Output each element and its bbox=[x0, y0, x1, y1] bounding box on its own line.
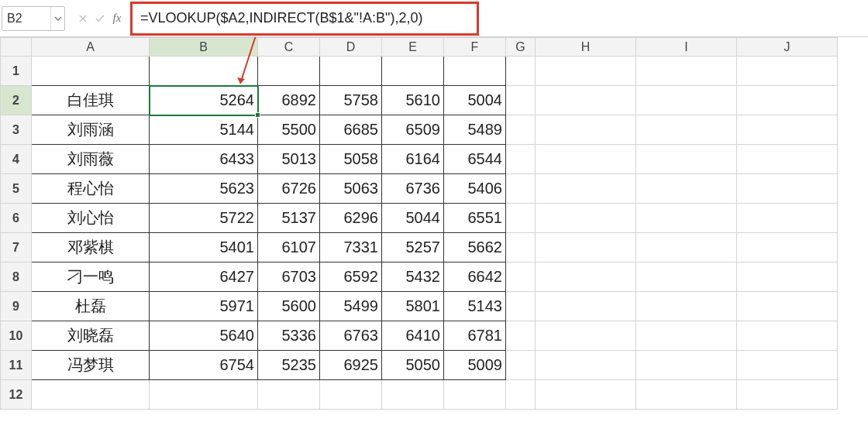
spreadsheet-grid[interactable]: A B C D E F G H I J 1姓名1月2月3月4月5月2白佳琪526… bbox=[0, 37, 838, 410]
col-head-E[interactable]: E bbox=[382, 38, 444, 57]
empty-cell[interactable] bbox=[536, 292, 636, 321]
empty-cell[interactable] bbox=[737, 292, 838, 321]
value-cell[interactable]: 5971 bbox=[150, 292, 258, 321]
value-cell[interactable]: 5489 bbox=[444, 115, 506, 145]
header-month-cell[interactable]: 3月 bbox=[320, 57, 382, 86]
value-cell[interactable]: 6164 bbox=[382, 145, 444, 174]
col-head-B[interactable]: B bbox=[150, 38, 258, 57]
empty-cell[interactable] bbox=[536, 145, 636, 174]
empty-cell[interactable] bbox=[506, 351, 536, 380]
row-head-1[interactable]: 1 bbox=[1, 57, 32, 86]
value-cell[interactable]: 5004 bbox=[444, 86, 506, 115]
value-cell[interactable]: 5610 bbox=[382, 86, 444, 115]
name-box-dropdown[interactable] bbox=[50, 7, 64, 30]
formula-bar[interactable]: =VLOOKUP($A2,INDIRECT(B$1&"!A:B"),2,0) bbox=[130, 2, 479, 36]
empty-cell[interactable] bbox=[737, 262, 838, 292]
empty-cell[interactable] bbox=[536, 380, 636, 410]
value-cell[interactable]: 5235 bbox=[258, 351, 320, 380]
empty-cell[interactable] bbox=[506, 380, 536, 410]
header-month-cell[interactable]: 1月 bbox=[150, 57, 258, 86]
value-cell[interactable]: 6509 bbox=[382, 115, 444, 145]
empty-cell[interactable] bbox=[536, 351, 636, 380]
empty-cell[interactable] bbox=[382, 380, 444, 410]
name-cell[interactable]: 冯梦琪 bbox=[32, 351, 150, 380]
row-head-8[interactable]: 8 bbox=[1, 262, 32, 292]
cancel-formula-icon[interactable] bbox=[74, 10, 91, 27]
row-head-10[interactable]: 10 bbox=[1, 321, 32, 351]
value-cell[interactable]: 6736 bbox=[382, 174, 444, 204]
empty-cell[interactable] bbox=[737, 86, 838, 115]
empty-cell[interactable] bbox=[737, 321, 838, 351]
value-cell[interactable]: 7331 bbox=[320, 233, 382, 262]
empty-cell[interactable] bbox=[320, 380, 382, 410]
empty-cell[interactable] bbox=[636, 380, 737, 410]
row-head-3[interactable]: 3 bbox=[1, 115, 32, 145]
value-cell[interactable]: 6433 bbox=[150, 145, 258, 174]
col-head-J[interactable]: J bbox=[737, 38, 838, 57]
value-cell[interactable]: 6726 bbox=[258, 174, 320, 204]
value-cell[interactable]: 5801 bbox=[382, 292, 444, 321]
name-cell[interactable]: 刘晓磊 bbox=[32, 321, 150, 351]
empty-cell[interactable] bbox=[536, 57, 636, 86]
value-cell[interactable]: 5063 bbox=[320, 174, 382, 204]
empty-cell[interactable] bbox=[536, 174, 636, 204]
row-head-11[interactable]: 11 bbox=[1, 351, 32, 380]
row-head-2[interactable]: 2 bbox=[1, 86, 32, 115]
empty-cell[interactable] bbox=[506, 204, 536, 233]
empty-cell[interactable] bbox=[636, 204, 737, 233]
empty-cell[interactable] bbox=[636, 321, 737, 351]
empty-cell[interactable] bbox=[506, 115, 536, 145]
empty-cell[interactable] bbox=[536, 86, 636, 115]
col-head-G[interactable]: G bbox=[506, 38, 536, 57]
name-cell[interactable]: 邓紫棋 bbox=[32, 233, 150, 262]
empty-cell[interactable] bbox=[536, 233, 636, 262]
empty-cell[interactable] bbox=[636, 86, 737, 115]
value-cell[interactable]: 5432 bbox=[382, 262, 444, 292]
empty-cell[interactable] bbox=[737, 204, 838, 233]
value-cell[interactable]: 5144 bbox=[150, 115, 258, 145]
name-cell[interactable]: 刁一鸣 bbox=[32, 262, 150, 292]
value-cell[interactable]: 6925 bbox=[320, 351, 382, 380]
empty-cell[interactable] bbox=[737, 115, 838, 145]
row-head-12[interactable]: 12 bbox=[1, 380, 32, 410]
value-cell[interactable]: 6107 bbox=[258, 233, 320, 262]
value-cell[interactable]: 6703 bbox=[258, 262, 320, 292]
value-cell[interactable]: 6296 bbox=[320, 204, 382, 233]
col-head-F[interactable]: F bbox=[444, 38, 506, 57]
value-cell[interactable]: 5600 bbox=[258, 292, 320, 321]
value-cell[interactable]: 5336 bbox=[258, 321, 320, 351]
empty-cell[interactable] bbox=[506, 57, 536, 86]
value-cell[interactable]: 5401 bbox=[150, 233, 258, 262]
value-cell[interactable]: 6410 bbox=[382, 321, 444, 351]
value-cell[interactable]: 6685 bbox=[320, 115, 382, 145]
empty-cell[interactable] bbox=[536, 321, 636, 351]
name-cell[interactable]: 刘心怡 bbox=[32, 204, 150, 233]
value-cell[interactable]: 5009 bbox=[444, 351, 506, 380]
col-head-I[interactable]: I bbox=[636, 38, 737, 57]
empty-cell[interactable] bbox=[536, 262, 636, 292]
empty-cell[interactable] bbox=[506, 233, 536, 262]
empty-cell[interactable] bbox=[737, 380, 838, 410]
empty-cell[interactable] bbox=[636, 262, 737, 292]
value-cell[interactable]: 6642 bbox=[444, 262, 506, 292]
empty-cell[interactable] bbox=[737, 57, 838, 86]
empty-cell[interactable] bbox=[536, 204, 636, 233]
name-cell[interactable]: 白佳琪 bbox=[32, 86, 150, 115]
name-cell[interactable]: 刘雨涵 bbox=[32, 115, 150, 145]
header-month-cell[interactable]: 5月 bbox=[444, 57, 506, 86]
value-cell[interactable]: 5406 bbox=[444, 174, 506, 204]
header-month-cell[interactable]: 2月 bbox=[258, 57, 320, 86]
empty-cell[interactable] bbox=[636, 292, 737, 321]
empty-cell[interactable] bbox=[506, 86, 536, 115]
value-cell[interactable]: 6544 bbox=[444, 145, 506, 174]
select-all-corner[interactable] bbox=[1, 38, 32, 57]
value-cell[interactable]: 5058 bbox=[320, 145, 382, 174]
empty-cell[interactable] bbox=[636, 57, 737, 86]
row-head-4[interactable]: 4 bbox=[1, 145, 32, 174]
value-cell[interactable]: 6592 bbox=[320, 262, 382, 292]
row-head-7[interactable]: 7 bbox=[1, 233, 32, 262]
value-cell[interactable]: 6763 bbox=[320, 321, 382, 351]
value-cell[interactable]: 6892 bbox=[258, 86, 320, 115]
empty-cell[interactable] bbox=[737, 233, 838, 262]
value-cell[interactable]: 5640 bbox=[150, 321, 258, 351]
